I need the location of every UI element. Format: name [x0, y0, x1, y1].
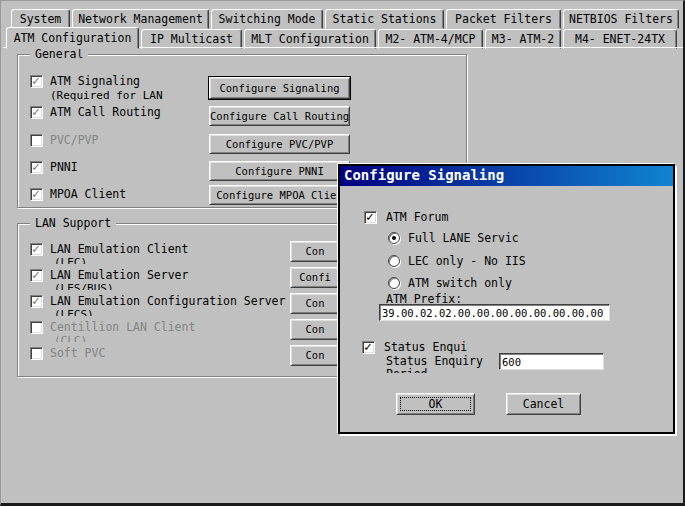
pvc-pvp-checkbox[interactable]	[30, 134, 43, 147]
lec-only-radio[interactable]	[388, 255, 400, 267]
configure-les-bus-button[interactable]: Confi	[290, 267, 340, 288]
configure-lecs-button[interactable]: Con	[290, 293, 340, 314]
atm-signaling-sublabel: (Required for LAN	[50, 89, 163, 102]
status-enquiry-period-input[interactable]	[499, 353, 604, 370]
ok-button[interactable]: OK	[396, 393, 475, 415]
status-enquiry-period-label: Status Enquiry Period	[386, 355, 506, 373]
lec-only-label: LEC only - No IIS	[408, 254, 526, 268]
status-enquiry-label: Status Enqui	[384, 340, 467, 354]
tab-system[interactable]: System	[11, 9, 70, 29]
lan-emulation-client-sublabel: (LEC)	[54, 257, 87, 264]
lan-emulation-server-sublabel: (LES/BUS)	[54, 283, 114, 290]
tab-ip-multicast[interactable]: IP Multicast	[141, 29, 242, 49]
lan-emulation-config-server-label: LAN Emulation Configuration Server	[50, 294, 285, 308]
pnni-label: PNNI	[50, 160, 78, 174]
atm-call-routing-checkbox[interactable]	[30, 106, 43, 119]
atm-call-routing-label: ATM Call Routing	[50, 105, 161, 119]
lan-emulation-client-checkbox[interactable]	[30, 243, 43, 256]
tab-m2-atm4-mcp[interactable]: M2- ATM-4/MCP	[378, 29, 483, 49]
tab-static-stations[interactable]: Static Stations	[325, 9, 444, 29]
full-lane-service-label: Full LANE Servic	[408, 231, 519, 245]
tab-m3-atm2[interactable]: M3- ATM-2	[485, 29, 561, 49]
pnni-checkbox[interactable]	[30, 161, 43, 174]
atm-switch-only-label: ATM switch only	[408, 276, 512, 290]
atm-signaling-label: ATM Signaling	[50, 74, 140, 88]
configure-lec-button[interactable]: Con	[290, 241, 340, 262]
atm-forum-label: ATM Forum	[386, 210, 448, 224]
configure-call-routing-button[interactable]: Configure Call Routing	[209, 106, 350, 126]
tab-atm-configuration[interactable]: ATM Configuration	[6, 27, 139, 49]
lan-emulation-server-label: LAN Emulation Server	[50, 268, 188, 282]
group-lan-support-title: LAN Support	[30, 216, 116, 230]
focus-rectangle	[400, 397, 471, 411]
centillion-lan-client-label: Centillion LAN Client	[50, 320, 195, 334]
lan-emulation-client-label: LAN Emulation Client	[50, 242, 188, 256]
soft-pvc-checkbox[interactable]	[30, 347, 43, 360]
configure-signaling-button[interactable]: Configure Signaling	[209, 77, 350, 99]
tab-mlt-configuration[interactable]: MLT Configuration	[244, 29, 376, 49]
atm-switch-only-radio[interactable]	[388, 277, 400, 289]
tab-network-management[interactable]: Network Management	[72, 9, 209, 29]
configure-pvc-pvp-button[interactable]: Configure PVC/PVP	[209, 134, 350, 154]
centillion-lan-client-sublabel: (CLC)	[54, 335, 87, 342]
configure-signaling-dialog: Configure Signaling ATM Forum Full LANE …	[338, 164, 675, 434]
configure-mpoa-client-button[interactable]: Configure MPOA Clien	[209, 185, 350, 205]
configure-centillion-button[interactable]: Con	[290, 319, 340, 340]
centillion-lan-client-checkbox[interactable]	[30, 321, 43, 334]
tab-switching-mode[interactable]: Switching Mode	[211, 9, 323, 29]
lan-emulation-config-server-checkbox[interactable]	[30, 295, 43, 308]
mpoa-client-checkbox[interactable]	[30, 188, 43, 201]
pvc-pvp-label: PVC/PVP	[50, 133, 98, 147]
group-general-title: General	[30, 47, 88, 61]
dialog-titlebar[interactable]: Configure Signaling	[340, 166, 673, 186]
atm-prefix-input[interactable]	[379, 304, 610, 321]
cancel-button[interactable]: Cancel	[506, 393, 581, 415]
tab-packet-filters[interactable]: Packet Filters	[446, 9, 561, 29]
mpoa-client-label: MPOA Client	[50, 187, 126, 201]
configure-pnni-button[interactable]: Configure PNNI	[209, 161, 350, 181]
status-enquiry-checkbox[interactable]	[362, 341, 375, 354]
soft-pvc-label: Soft PVC	[50, 346, 105, 360]
tab-netbios-filters[interactable]: NETBIOS Filters	[563, 9, 679, 29]
atm-forum-checkbox[interactable]	[364, 211, 377, 224]
lan-emulation-config-server-sublabel: (LECS)	[54, 309, 94, 316]
tab-m4-enet24tx[interactable]: M4- ENET-24TX	[563, 29, 677, 49]
app-window: System Network Management Switching Mode…	[0, 0, 685, 506]
configure-soft-pvc-button[interactable]: Con	[290, 345, 340, 366]
full-lane-service-radio[interactable]	[388, 232, 400, 244]
atm-signaling-checkbox[interactable]	[30, 75, 43, 88]
lan-emulation-server-checkbox[interactable]	[30, 269, 43, 282]
